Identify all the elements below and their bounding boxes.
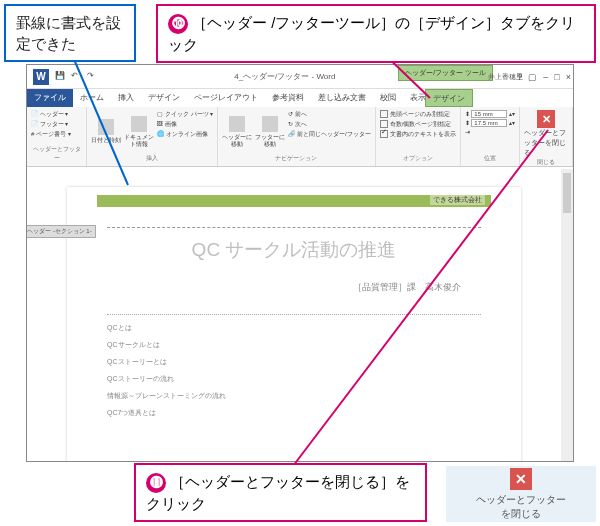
chk-odd-even[interactable]: 奇数/偶数ページ別指定: [380, 120, 456, 129]
minimize-icon[interactable]: –: [543, 72, 548, 82]
ribbon-group-position: ⬍ 15 mm ▴▾ ⬍ 17.5 mm ▴▾ ⇥ 位置: [461, 107, 520, 166]
input-header-from-top[interactable]: ⬍ 15 mm ▴▾: [465, 110, 515, 118]
toc-item: QCサークルとは: [107, 340, 481, 350]
input-footer-from-bottom[interactable]: ⬍ 17.5 mm ▴▾: [465, 119, 515, 127]
titlebar: W 💾 ↶ ↷ 4_ヘッダー/フッター - Word ヘッダー/フッター ツール…: [27, 65, 573, 89]
word-window: W 💾 ↶ ↷ 4_ヘッダー/フッター - Word ヘッダー/フッター ツール…: [26, 64, 574, 462]
btn-goto-footer[interactable]: フッターに移動: [255, 110, 285, 154]
btn-header[interactable]: 📄 ヘッダー ▾: [31, 110, 82, 119]
callout-blue: 罫線に書式を設定できた: [4, 4, 136, 62]
close-label-2: を閉じる: [501, 507, 541, 521]
ribbon: 📄 ヘッダー ▾ 📄 フッター ▾ # ページ番号 ▾ ヘッダーとフッター 日付…: [27, 107, 573, 167]
header-section-tag: ヘッダー -セクション 1-: [27, 225, 96, 238]
scroll-thumb[interactable]: [563, 173, 571, 213]
window-title: 4_ヘッダー/フッター - Word: [234, 71, 335, 82]
document-title: QC サークル活動の推進: [107, 237, 481, 263]
chk-first-page[interactable]: 先頭ページのみ別指定: [380, 110, 456, 119]
callout-step-11: ⓫［ヘッダーとフッターを閉じる］をクリック: [134, 463, 427, 522]
ribbon-group-navigation: ヘッダーに移動 フッターに移動 ↺ 前へ ↻ 次へ 🔗 前と同じヘッダー/フッタ…: [218, 107, 375, 166]
toc-item: QCとは: [107, 323, 481, 333]
page: できる株式会社 ヘッダー -セクション 1- QC サークル活動の推進 ［品質管…: [67, 187, 521, 461]
toc-item: QCストーリーの流れ: [107, 374, 481, 384]
tab-design[interactable]: デザイン: [141, 89, 187, 107]
ribbon-tabs: ファイル ホーム 挿入 デザイン ページレイアウト 参考資料 差し込み文書 校閲…: [27, 89, 573, 107]
contextual-tool-label: ヘッダー/フッター ツール: [398, 65, 493, 81]
tab-insert[interactable]: 挿入: [111, 89, 141, 107]
close-label-1: ヘッダーとフッター: [476, 493, 566, 507]
btn-doc-info[interactable]: ドキュメント情報: [124, 110, 154, 154]
undo-icon[interactable]: ↶: [71, 71, 83, 83]
tab-mailings[interactable]: 差し込み文書: [311, 89, 373, 107]
btn-align-tab[interactable]: ⇥: [465, 128, 515, 135]
btn-close-header-footer[interactable]: ✕ ヘッダーとフッターを閉じる: [524, 110, 568, 158]
maximize-icon[interactable]: □: [554, 72, 559, 82]
divider: [107, 314, 481, 315]
word-app-icon: W: [33, 69, 49, 85]
header-boundary: [107, 227, 481, 228]
ribbon-opts-icon[interactable]: ▢: [528, 72, 537, 82]
btn-page-number[interactable]: # ページ番号 ▾: [31, 130, 82, 139]
window-controls: ? ▢ – □ ×: [517, 72, 571, 82]
header-border-line: できる株式会社: [97, 195, 491, 207]
tab-review[interactable]: 校閲: [373, 89, 403, 107]
ribbon-group-insert: 日付と時刻 ドキュメント情報 ▢ クイック パーツ ▾ 🖼 画像 🌐 オンライン…: [87, 107, 218, 166]
header-right-text: できる株式会社: [430, 195, 485, 205]
tab-references[interactable]: 参考資料: [265, 89, 311, 107]
ribbon-group-options: 先頭ページのみ別指定 奇数/偶数ページ別指定 文書内のテキストを表示 オプション: [376, 107, 461, 166]
chk-show-text[interactable]: 文書内のテキストを表示: [380, 130, 456, 139]
save-icon[interactable]: 💾: [55, 71, 67, 83]
tab-header-footer-design[interactable]: デザイン: [425, 89, 473, 107]
toc-item: QCストーリーとは: [107, 357, 481, 367]
step-number-10: ⓾: [168, 14, 188, 34]
tab-file[interactable]: ファイル: [27, 89, 73, 107]
btn-next[interactable]: ↻ 次へ: [288, 120, 370, 129]
document-area[interactable]: できる株式会社 ヘッダー -セクション 1- QC サークル活動の推進 ［品質管…: [27, 169, 561, 461]
toc-item: QC7つ道具とは: [107, 408, 481, 418]
btn-online-picture[interactable]: 🌐 オンライン画像: [157, 130, 213, 139]
document-subtitle: ［品質管理］課 高木俊介: [107, 281, 461, 294]
quick-access-toolbar: 💾 ↶ ↷: [55, 71, 99, 83]
close-icon: ✕: [537, 110, 555, 128]
close-window-icon[interactable]: ×: [566, 72, 571, 82]
btn-goto-header[interactable]: ヘッダーに移動: [222, 110, 252, 154]
btn-datetime[interactable]: 日付と時刻: [91, 110, 121, 154]
btn-picture[interactable]: 🖼 画像: [157, 120, 213, 129]
close-icon: ✕: [510, 468, 532, 490]
callout-step-10: ⓾［ヘッダー /フッターツール］の［デザイン］タブをクリック: [156, 4, 596, 63]
tab-home[interactable]: ホーム: [73, 89, 111, 107]
ribbon-group-header-footer: 📄 ヘッダー ▾ 📄 フッター ▾ # ページ番号 ▾ ヘッダーとフッター: [27, 107, 87, 166]
toc-item: 情報源～ブレーンストーミングの流れ: [107, 391, 481, 401]
btn-footer[interactable]: 📄 フッター ▾: [31, 120, 82, 129]
vertical-scrollbar[interactable]: [561, 169, 573, 461]
btn-link-previous[interactable]: 🔗 前と同じヘッダー/フッター: [288, 130, 370, 139]
btn-quick-parts[interactable]: ▢ クイック パーツ ▾: [157, 110, 213, 119]
btn-prev[interactable]: ↺ 前へ: [288, 110, 370, 119]
help-icon[interactable]: ?: [517, 72, 522, 82]
tab-layout[interactable]: ページレイアウト: [187, 89, 265, 107]
redo-icon[interactable]: ↷: [87, 71, 99, 83]
close-header-footer-enlarged: ✕ ヘッダーとフッター を閉じる: [446, 466, 596, 522]
step-number-11: ⓫: [146, 473, 166, 493]
ribbon-group-close: ✕ ヘッダーとフッターを閉じる 閉じる: [520, 107, 573, 166]
